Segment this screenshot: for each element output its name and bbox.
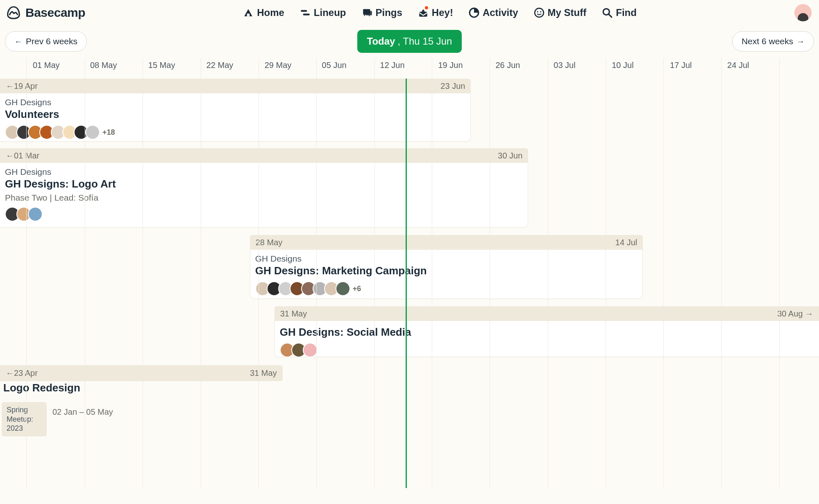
gridline	[201, 79, 201, 488]
nav-lineup[interactable]: Lineup	[300, 7, 346, 18]
date-header: 01 May08 May15 May22 May29 May05 Jun12 J…	[0, 58, 819, 79]
gridline	[201, 58, 201, 79]
nav-mystuff[interactable]: My Stuff	[534, 7, 587, 18]
date-tick: 24 Jul	[727, 61, 749, 70]
gridline	[490, 58, 490, 79]
nav-home[interactable]: Home	[243, 7, 284, 18]
date-tick: 15 May	[148, 61, 175, 70]
event-logoart-header[interactable]: ←01 Mar 30 Jun	[0, 148, 528, 163]
nav-home-label: Home	[257, 7, 284, 18]
event-avatars	[280, 343, 814, 357]
timeline: 01 May08 May15 May22 May29 May05 Jun12 J…	[0, 56, 819, 488]
nav-pings[interactable]: Pings	[362, 7, 402, 18]
gridline	[374, 58, 375, 79]
avatar	[85, 125, 100, 140]
main-nav: Home Lineup Pings Hey! Activity My Stuff…	[85, 7, 794, 18]
gridline	[490, 79, 490, 488]
nav-hey[interactable]: Hey!	[418, 7, 453, 18]
event-avatars: +18	[5, 125, 465, 140]
timeline-lanes: ←19 Apr 23 Jun GH Designs Volunteers +18…	[0, 79, 819, 488]
gridline	[779, 79, 780, 488]
event-marketing-header[interactable]: 28 May 14 Jul	[250, 235, 643, 250]
event-start-date: 31 May	[280, 309, 307, 319]
event-redesign-title[interactable]: Logo Redesign	[3, 382, 80, 394]
gridline	[432, 58, 432, 79]
event-group: GH Designs	[255, 254, 638, 264]
mystuff-icon	[534, 7, 544, 18]
svg-point-5	[535, 8, 544, 17]
today-strong: Today	[367, 36, 395, 47]
gridline	[548, 79, 548, 488]
event-social-header[interactable]: 31 May 30 Aug →	[275, 306, 819, 321]
prev-weeks-button[interactable]: ← Prev 6 weeks	[5, 31, 87, 52]
gridline	[143, 79, 143, 488]
pings-icon	[362, 7, 372, 18]
next-weeks-label: Next 6 weeks	[742, 36, 793, 46]
nav-find[interactable]: Find	[602, 7, 637, 18]
next-weeks-button[interactable]: Next 6 weeks →	[732, 31, 814, 52]
event-meetup-line2: Meetup: 2023	[7, 415, 42, 433]
event-redesign-header[interactable]: ←23 Apr 31 May	[0, 365, 283, 381]
avatar	[336, 281, 350, 296]
event-title: Volunteers	[5, 108, 465, 121]
gridline	[374, 79, 375, 488]
event-end-date: 23 Jun	[440, 81, 465, 91]
date-tick: 17 Jul	[670, 61, 692, 70]
event-marketing-body[interactable]: GH Designs GH Designs: Marketing Campaig…	[250, 250, 643, 299]
brand-name: Basecamp	[25, 6, 85, 20]
avatar-more-count: +18	[102, 128, 115, 137]
arrow-right-icon: →	[796, 37, 805, 46]
gridline	[606, 58, 606, 79]
event-subline: Phase Two | Lead: Sofía	[5, 193, 523, 203]
event-group: GH Designs	[5, 97, 465, 107]
event-volunteers-header[interactable]: ←19 Apr 23 Jun	[0, 79, 471, 93]
today-indicator[interactable]: Today, Thu 15 Jun	[357, 30, 462, 53]
event-end-date: 14 Jul	[615, 238, 637, 247]
gridline	[26, 79, 27, 488]
lineup-icon	[300, 7, 311, 18]
event-title: GH Designs: Social Media	[280, 326, 814, 339]
gridline	[259, 58, 259, 79]
date-tick: 19 Jun	[438, 61, 463, 70]
avatar	[303, 343, 318, 357]
event-social-body[interactable]: GH Designs: Social Media	[275, 321, 819, 357]
nav-activity-label: Activity	[483, 7, 518, 18]
nav-lineup-label: Lineup	[314, 7, 346, 18]
gridline	[26, 58, 27, 79]
date-tick: 10 Jul	[612, 61, 633, 70]
gridline	[721, 79, 721, 488]
event-meetup-line1: Spring	[7, 405, 42, 415]
event-avatars	[5, 207, 523, 221]
gridline	[85, 79, 85, 488]
date-tick: 08 May	[90, 61, 117, 70]
nav-hey-label: Hey!	[432, 7, 453, 18]
svg-point-7	[540, 11, 541, 12]
gridline	[432, 79, 432, 488]
gridline	[721, 58, 721, 79]
event-logoart-body[interactable]: GH Designs GH Designs: Logo Art Phase Tw…	[0, 163, 528, 228]
gridline	[663, 79, 664, 488]
arrow-left-icon: ←	[14, 37, 23, 46]
event-volunteers-body[interactable]: GH Designs Volunteers +18	[0, 93, 471, 142]
event-meetup-pill[interactable]: Spring Meetup: 2023	[2, 402, 47, 436]
event-end-date: 31 May	[250, 368, 277, 378]
date-tick: 22 May	[206, 61, 234, 70]
avatar-more-count: +6	[353, 285, 361, 293]
basecamp-logo-icon	[6, 5, 21, 20]
timeline-toolbar: ← Prev 6 weeks Today, Thu 15 Jun Next 6 …	[0, 24, 819, 56]
gridline	[606, 79, 606, 488]
user-avatar[interactable]	[794, 4, 812, 21]
prev-weeks-label: Prev 6 weeks	[26, 36, 77, 46]
brand-logo[interactable]: Basecamp	[6, 5, 85, 20]
nav-mystuff-label: My Stuff	[548, 7, 587, 18]
home-icon	[243, 7, 254, 18]
event-avatars: +6	[255, 281, 638, 296]
event-group: GH Designs	[5, 167, 523, 177]
event-start-date: ←23 Apr	[6, 368, 38, 378]
date-tick: 03 Jul	[554, 61, 575, 70]
activity-icon	[469, 7, 479, 18]
svg-point-6	[537, 11, 538, 12]
nav-activity[interactable]: Activity	[469, 7, 518, 18]
svg-rect-3	[419, 12, 427, 17]
event-title: GH Designs: Marketing Campaign	[255, 264, 638, 277]
